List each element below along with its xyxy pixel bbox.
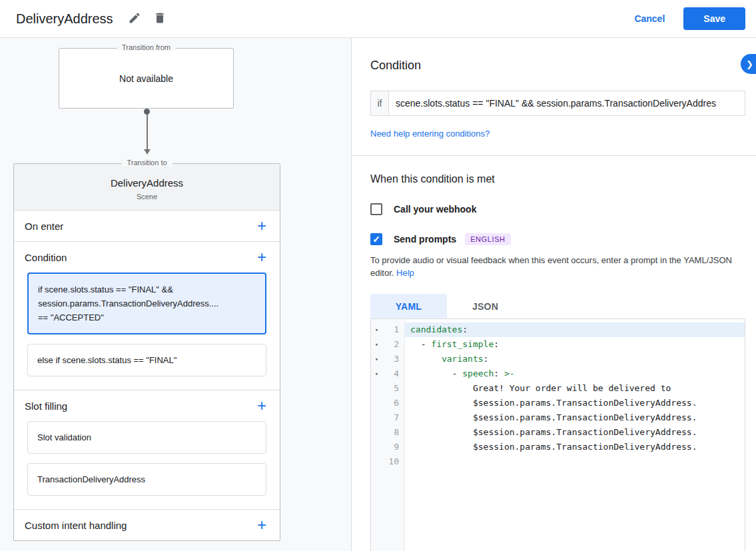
slot-filling-row: Slot filling + xyxy=(14,390,280,421)
condition-detail-pane: ❯ Condition if Need help entering condit… xyxy=(352,38,756,551)
header: DeliveryAddress Cancel Save xyxy=(0,0,756,38)
code-text[interactable]: $session.params.TransactionDeliveryAddre… xyxy=(404,440,745,454)
condition-section-row: Condition + xyxy=(14,242,280,273)
scene-card-header[interactable]: DeliveryAddress Scene xyxy=(14,164,280,211)
add-condition-button[interactable]: + xyxy=(254,251,269,263)
editor-gutter: ▾2 xyxy=(371,337,404,352)
condition-item-else[interactable]: else if scene.slots.status == "FINAL" xyxy=(27,344,266,376)
scene-name: DeliveryAddress xyxy=(14,177,280,189)
editor-line[interactable]: ▾3 variants: xyxy=(371,352,745,366)
on-enter-label: On enter xyxy=(25,221,63,232)
line-number: 6 xyxy=(382,396,404,410)
add-slot-button[interactable]: + xyxy=(254,400,269,412)
editor-line[interactable]: 7 $session.params.TransactionDeliveryAdd… xyxy=(371,410,745,425)
code-text[interactable]: $session.params.TransactionDeliveryAddre… xyxy=(404,396,745,410)
call-webhook-label: Call your webhook xyxy=(394,204,476,215)
code-text[interactable]: $session.params.TransactionDeliveryAddre… xyxy=(404,425,745,440)
scene-type-label: Scene xyxy=(14,193,280,201)
editor-gutter: ▾3 xyxy=(371,352,404,366)
main-body: Transition from Not available Transition… xyxy=(0,38,756,551)
editor-line[interactable]: 5 Great! Your order will be delivered to xyxy=(371,381,745,396)
delete-button[interactable] xyxy=(151,9,169,29)
line-number: 1 xyxy=(382,322,404,337)
editor-line[interactable]: 8 $session.params.TransactionDeliveryAdd… xyxy=(371,425,745,440)
editor-line[interactable]: ▾1candidates: xyxy=(371,322,745,337)
line-number: 9 xyxy=(382,440,404,454)
editor-gutter: 5 xyxy=(371,381,404,396)
line-number: 2 xyxy=(382,337,404,352)
line-number: 7 xyxy=(382,410,404,425)
condition-section: Condition + if scene.slots.status == "FI… xyxy=(14,241,280,390)
flow-diagram-pane: Transition from Not available Transition… xyxy=(0,38,352,551)
language-badge: ENGLISH xyxy=(465,233,511,245)
slot-validation-item[interactable]: Slot validation xyxy=(27,421,266,454)
slot-filling-section: Slot filling + Slot validation Transacti… xyxy=(14,390,280,509)
line-number: 8 xyxy=(382,425,404,440)
code-text[interactable] xyxy=(404,454,745,469)
tab-json[interactable]: JSON xyxy=(447,294,524,318)
code-text[interactable]: Great! Your order will be delivered to xyxy=(404,381,745,396)
slot-item[interactable]: TransactionDeliveryAddress xyxy=(27,463,266,496)
code-text[interactable]: - speech: >- xyxy=(404,366,745,381)
transition-from-label: Transition from xyxy=(117,43,176,51)
scene-card: Transition to DeliveryAddress Scene On e… xyxy=(13,163,280,541)
prompt-help-link[interactable]: Help xyxy=(396,268,414,278)
line-number: 10 xyxy=(382,454,404,469)
cancel-button[interactable]: Cancel xyxy=(634,13,665,24)
send-prompts-checkbox[interactable]: ✓ xyxy=(370,233,382,245)
line-number: 4 xyxy=(382,366,404,381)
editor-line[interactable]: 9 $session.params.TransactionDeliveryAdd… xyxy=(371,440,745,454)
condition-line-1: if scene.slots.status == "FINAL" && xyxy=(38,282,256,296)
code-text[interactable]: variants: xyxy=(404,352,745,366)
code-editor[interactable]: ▾1candidates:▾2 - first_simple:▾3 varian… xyxy=(370,318,745,551)
transition-from-box[interactable]: Transition from Not available xyxy=(59,48,234,109)
transition-from-value: Not available xyxy=(119,73,173,84)
checkmark-icon: ✓ xyxy=(372,235,380,244)
code-text[interactable]: candidates: xyxy=(404,322,745,337)
tab-yaml[interactable]: YAML xyxy=(370,294,447,318)
line-number: 3 xyxy=(382,352,404,366)
panel-divider xyxy=(352,155,756,156)
when-met-title: When this condition is met xyxy=(370,173,745,185)
if-prefix: if xyxy=(370,91,388,116)
code-text[interactable]: - first_simple: xyxy=(404,337,745,352)
call-webhook-checkbox[interactable] xyxy=(370,203,382,215)
pencil-icon xyxy=(128,11,141,27)
fold-collapse-icon[interactable]: ▾ xyxy=(371,366,382,381)
code-text[interactable]: $session.params.TransactionDeliveryAddre… xyxy=(404,410,745,425)
arrow-line xyxy=(147,115,148,149)
page-title: DeliveryAddress xyxy=(16,11,113,27)
add-custom-intent-button[interactable]: + xyxy=(254,519,269,531)
fold-collapse-icon[interactable]: ▾ xyxy=(371,322,382,337)
custom-intent-label: Custom intent handling xyxy=(25,520,127,531)
fold-collapse-icon[interactable]: ▾ xyxy=(371,337,382,352)
collapse-panel-button[interactable]: ❯ xyxy=(741,54,756,74)
editor-line[interactable]: ▾2 - first_simple: xyxy=(371,337,745,352)
condition-input[interactable] xyxy=(388,91,745,116)
send-prompts-label: Send prompts xyxy=(394,234,456,245)
chevron-right-icon: ❯ xyxy=(746,59,753,69)
editor-gutter: 6 xyxy=(371,396,404,410)
save-button[interactable]: Save xyxy=(683,7,745,30)
editor-line[interactable]: 10 xyxy=(371,454,745,469)
edit-button[interactable] xyxy=(125,9,144,29)
prompt-help-text: To provide audio or visual feedback when… xyxy=(370,254,745,279)
condition-input-row: if xyxy=(370,91,745,116)
transition-arrow xyxy=(143,109,151,155)
custom-intent-row: Custom intent handling + xyxy=(14,510,280,540)
editor-line[interactable]: 6 $session.params.TransactionDeliveryAdd… xyxy=(371,396,745,410)
slot-filling-label: Slot filling xyxy=(25,400,67,412)
editor-gutter: 8 xyxy=(371,425,404,440)
add-on-enter-button[interactable]: + xyxy=(254,220,269,232)
editor-line[interactable]: ▾4 - speech: >- xyxy=(371,366,745,381)
arrow-head-icon xyxy=(144,149,151,155)
fold-collapse-icon[interactable]: ▾ xyxy=(371,352,382,366)
on-enter-row[interactable]: On enter + xyxy=(14,211,280,241)
condition-help-link[interactable]: Need help entering conditions? xyxy=(370,129,490,139)
editor-gutter: ▾1 xyxy=(371,322,404,337)
arrow-dot xyxy=(144,109,150,115)
app-window: DeliveryAddress Cancel Save Transition f… xyxy=(0,0,756,551)
condition-item-selected[interactable]: if scene.slots.status == "FINAL" && sess… xyxy=(27,273,266,334)
custom-intent-section: Custom intent handling + xyxy=(14,509,280,540)
condition-line-2: session.params.TransactionDeliveryAddres… xyxy=(38,296,256,310)
